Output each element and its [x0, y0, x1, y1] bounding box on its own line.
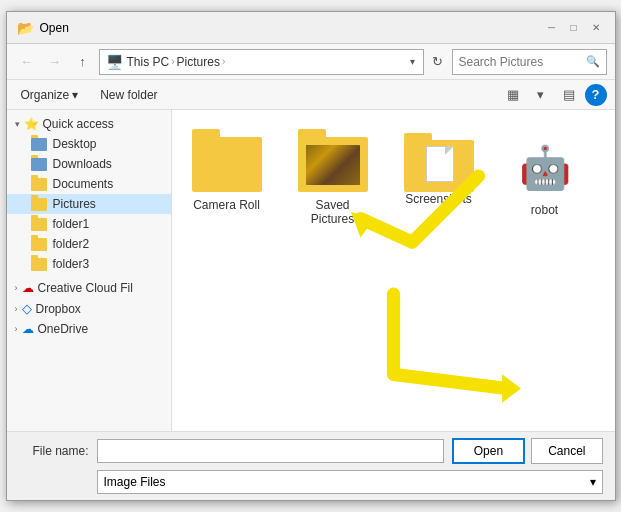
sidebar-item-documents[interactable]: Documents: [7, 174, 171, 194]
breadcrumb-pictures[interactable]: Pictures: [177, 55, 220, 69]
search-input[interactable]: [459, 55, 582, 69]
file-item-screenshots[interactable]: Screenshots: [394, 130, 484, 233]
creative-cloud-icon: ☁: [22, 281, 34, 295]
breadcrumb-sep2: ›: [222, 56, 225, 67]
pictures-folder-icon: [31, 198, 47, 211]
dog-preview-image: [306, 145, 360, 185]
view-mode-button[interactable]: ▦: [501, 84, 525, 106]
folder3-icon: [31, 258, 47, 271]
help-button[interactable]: ?: [585, 84, 607, 106]
second-toolbar: Organize ▾ New folder ▦ ▾ ▤ ?: [7, 80, 615, 110]
maximize-button[interactable]: □: [565, 19, 583, 37]
quick-access-section: ▾ ⭐ Quick access Desktop Downloads Docum…: [7, 110, 171, 278]
view-icon: ▦: [507, 87, 519, 102]
onedrive-expand-icon: ›: [15, 324, 18, 334]
open-button[interactable]: Open: [452, 438, 525, 464]
documents-folder-icon: [31, 178, 47, 191]
onedrive-icon: ☁: [22, 322, 34, 336]
filetype-row: Image Files ▾: [19, 470, 603, 494]
sidebar-item-desktop[interactable]: Desktop: [7, 134, 171, 154]
file-item-saved-pictures[interactable]: Saved Pictures: [288, 130, 378, 233]
content-area: ▾ ⭐ Quick access Desktop Downloads Docum…: [7, 110, 615, 431]
quick-access-label: Quick access: [43, 117, 114, 131]
filename-input[interactable]: [97, 439, 444, 463]
camera-roll-folder-icon: [192, 137, 262, 192]
search-bar[interactable]: 🔍: [452, 49, 607, 75]
folder1-label: folder1: [53, 217, 90, 231]
onedrive-header[interactable]: › ☁ OneDrive: [7, 319, 171, 339]
title-bar-left: 📂 Open: [17, 20, 69, 36]
filetype-dropdown[interactable]: Image Files ▾: [97, 470, 603, 494]
organize-arrow-icon: ▾: [72, 88, 78, 102]
desktop-label: Desktop: [53, 137, 97, 151]
onedrive-label: OneDrive: [38, 322, 89, 336]
organize-label: Organize: [21, 88, 70, 102]
sidebar-item-folder3[interactable]: folder3: [7, 254, 171, 274]
view-dropdown-button[interactable]: ▾: [529, 84, 553, 106]
saved-pictures-label: Saved Pictures: [295, 198, 371, 226]
arrow2-to-open-button: [393, 294, 520, 403]
filename-label: File name:: [19, 444, 89, 458]
star-icon: ⭐: [24, 117, 39, 131]
address-dropdown-arrow[interactable]: ▾: [408, 56, 417, 67]
saved-pictures-folder-icon: [298, 137, 368, 192]
action-buttons: Open Cancel: [452, 438, 603, 464]
search-icon: 🔍: [586, 55, 600, 68]
quick-access-header[interactable]: ▾ ⭐ Quick access: [7, 114, 171, 134]
breadcrumb-sep1: ›: [171, 56, 174, 67]
organize-button[interactable]: Organize ▾: [15, 86, 85, 104]
file-item-camera-roll[interactable]: Camera Roll: [182, 130, 272, 233]
camera-roll-label: Camera Roll: [193, 198, 260, 212]
dropbox-expand-icon: ›: [15, 304, 18, 314]
sidebar-item-pictures[interactable]: Pictures: [7, 194, 171, 214]
dropbox-label: Dropbox: [36, 302, 81, 316]
address-bar[interactable]: 🖥️ This PC › Pictures › ▾: [99, 49, 424, 75]
dog-thumbnail: [306, 145, 360, 185]
new-folder-button[interactable]: New folder: [92, 86, 165, 104]
filetype-dropdown-arrow-icon: ▾: [590, 475, 596, 489]
folder3-label: folder3: [53, 257, 90, 271]
robot-label: robot: [531, 203, 558, 217]
screenshots-folder-icon: [404, 137, 474, 192]
dropbox-icon: ◇: [22, 301, 32, 316]
dialog-icon: 📂: [17, 20, 34, 36]
svg-marker-1: [502, 374, 521, 402]
view-controls: ▦ ▾ ▤ ?: [501, 84, 607, 106]
cancel-button[interactable]: Cancel: [531, 438, 602, 464]
sidebar: ▾ ⭐ Quick access Desktop Downloads Docum…: [7, 110, 172, 431]
main-file-area: Camera Roll Saved Pictures Screenshots: [172, 110, 615, 431]
folder1-icon: [31, 218, 47, 231]
title-bar: 📂 Open ─ □ ✕: [7, 12, 615, 44]
robot-icon: 🤖: [515, 137, 575, 197]
file-item-robot[interactable]: 🤖 robot: [500, 130, 590, 233]
downloads-label: Downloads: [53, 157, 112, 171]
forward-button[interactable]: →: [43, 50, 67, 74]
quick-access-arrow-icon: ▾: [15, 119, 20, 129]
back-button[interactable]: ←: [15, 50, 39, 74]
folder2-icon: [31, 238, 47, 251]
close-button[interactable]: ✕: [587, 19, 605, 37]
sidebar-item-downloads[interactable]: Downloads: [7, 154, 171, 174]
up-button[interactable]: ↑: [71, 50, 95, 74]
breadcrumb-thispc[interactable]: This PC: [127, 55, 170, 69]
dialog-title: Open: [40, 21, 69, 35]
documents-label: Documents: [53, 177, 114, 191]
pictures-label: Pictures: [53, 197, 96, 211]
layout-button[interactable]: ▤: [557, 84, 581, 106]
minimize-button[interactable]: ─: [543, 19, 561, 37]
filetype-value: Image Files: [104, 475, 166, 489]
sidebar-item-folder1[interactable]: folder1: [7, 214, 171, 234]
dropbox-header[interactable]: › ◇ Dropbox: [7, 298, 171, 319]
bottom-bar: File name: Open Cancel Image Files ▾: [7, 431, 615, 500]
computer-icon: 🖥️: [106, 54, 123, 70]
breadcrumb: This PC › Pictures ›: [127, 55, 404, 69]
nav-toolbar: ← → ↑ 🖥️ This PC › Pictures › ▾ ↻ 🔍: [7, 44, 615, 80]
filename-row: File name: Open Cancel: [19, 438, 603, 464]
window-controls: ─ □ ✕: [543, 19, 605, 37]
screenshots-label: Screenshots: [405, 192, 472, 206]
creative-cloud-expand-icon: ›: [15, 283, 18, 293]
sidebar-item-folder2[interactable]: folder2: [7, 234, 171, 254]
creative-cloud-header[interactable]: › ☁ Creative Cloud Fil: [7, 278, 171, 298]
refresh-button[interactable]: ↻: [428, 52, 448, 72]
creative-cloud-label: Creative Cloud Fil: [38, 281, 133, 295]
